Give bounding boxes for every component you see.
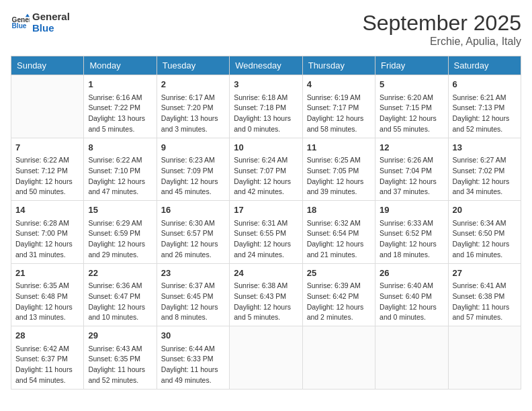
week-row-0: 1Sunrise: 6:16 AM Sunset: 7:22 PM Daylig… (11, 75, 521, 138)
day-number: 1 (88, 78, 152, 91)
calendar-cell: 26Sunrise: 6:40 AM Sunset: 6:40 PM Dayli… (375, 263, 448, 326)
month-title: September 2025 (362, 11, 521, 36)
calendar-cell (448, 326, 521, 390)
day-number: 22 (88, 267, 152, 280)
day-info: Sunrise: 6:35 AM Sunset: 6:48 PM Dayligh… (15, 281, 79, 323)
day-number: 18 (307, 203, 371, 217)
weekday-header-wednesday: Wednesday (230, 56, 302, 75)
calendar-cell: 4Sunrise: 6:19 AM Sunset: 7:17 PM Daylig… (302, 75, 375, 138)
day-number: 5 (380, 78, 443, 91)
day-info: Sunrise: 6:21 AM Sunset: 7:13 PM Dayligh… (453, 93, 517, 135)
calendar-cell: 22Sunrise: 6:36 AM Sunset: 6:47 PM Dayli… (84, 263, 157, 326)
calendar-cell: 6Sunrise: 6:21 AM Sunset: 7:13 PM Daylig… (448, 75, 521, 138)
weekday-header-monday: Monday (84, 56, 157, 75)
svg-marker-2 (26, 14, 30, 17)
day-info: Sunrise: 6:24 AM Sunset: 7:07 PM Dayligh… (234, 155, 298, 197)
day-info: Sunrise: 6:22 AM Sunset: 7:12 PM Dayligh… (15, 155, 79, 197)
day-number: 17 (234, 203, 298, 217)
calendar-cell: 30Sunrise: 6:44 AM Sunset: 6:33 PM Dayli… (157, 326, 229, 390)
day-info: Sunrise: 6:17 AM Sunset: 7:20 PM Dayligh… (161, 93, 225, 135)
day-number: 12 (380, 141, 443, 154)
day-info: Sunrise: 6:32 AM Sunset: 6:54 PM Dayligh… (307, 218, 371, 261)
calendar-cell (11, 75, 84, 138)
day-info: Sunrise: 6:40 AM Sunset: 6:40 PM Dayligh… (380, 281, 443, 323)
day-info: Sunrise: 6:19 AM Sunset: 7:17 PM Dayligh… (307, 93, 371, 135)
calendar-cell: 10Sunrise: 6:24 AM Sunset: 7:07 PM Dayli… (230, 138, 302, 201)
calendar-cell: 2Sunrise: 6:17 AM Sunset: 7:20 PM Daylig… (157, 75, 229, 138)
calendar-cell (230, 326, 302, 390)
calendar-table: SundayMondayTuesdayWednesdayThursdayFrid… (11, 56, 521, 390)
weekday-header-saturday: Saturday (448, 56, 521, 75)
calendar-cell: 28Sunrise: 6:42 AM Sunset: 6:37 PM Dayli… (11, 326, 84, 390)
calendar-cell: 14Sunrise: 6:28 AM Sunset: 7:00 PM Dayli… (11, 201, 84, 264)
day-number: 21 (15, 267, 79, 280)
day-info: Sunrise: 6:36 AM Sunset: 6:47 PM Dayligh… (88, 281, 152, 323)
calendar-cell: 1Sunrise: 6:16 AM Sunset: 7:22 PM Daylig… (84, 75, 157, 138)
day-number: 15 (88, 203, 152, 217)
week-row-1: 7Sunrise: 6:22 AM Sunset: 7:12 PM Daylig… (11, 138, 521, 201)
calendar-cell: 21Sunrise: 6:35 AM Sunset: 6:48 PM Dayli… (11, 263, 84, 326)
day-number: 9 (161, 141, 225, 154)
calendar-cell: 17Sunrise: 6:31 AM Sunset: 6:55 PM Dayli… (230, 201, 302, 264)
day-number: 24 (234, 267, 298, 280)
day-info: Sunrise: 6:31 AM Sunset: 6:55 PM Dayligh… (234, 218, 298, 261)
calendar-cell: 13Sunrise: 6:27 AM Sunset: 7:02 PM Dayli… (448, 138, 521, 201)
logo-blue: Blue (32, 22, 70, 34)
day-number: 23 (161, 267, 225, 280)
day-info: Sunrise: 6:44 AM Sunset: 6:33 PM Dayligh… (161, 344, 225, 386)
weekday-header-sunday: Sunday (11, 56, 84, 75)
day-info: Sunrise: 6:43 AM Sunset: 6:35 PM Dayligh… (88, 344, 152, 386)
calendar-cell: 20Sunrise: 6:34 AM Sunset: 6:50 PM Dayli… (448, 201, 521, 264)
calendar-cell: 5Sunrise: 6:20 AM Sunset: 7:15 PM Daylig… (375, 75, 448, 138)
day-number: 26 (380, 267, 443, 280)
day-number: 11 (307, 141, 371, 154)
day-info: Sunrise: 6:28 AM Sunset: 7:00 PM Dayligh… (15, 218, 79, 261)
logo: General Blue General Blue (11, 11, 70, 34)
day-number: 14 (15, 203, 79, 217)
calendar-cell: 15Sunrise: 6:29 AM Sunset: 6:59 PM Dayli… (84, 201, 157, 264)
day-info: Sunrise: 6:20 AM Sunset: 7:15 PM Dayligh… (380, 93, 443, 135)
day-info: Sunrise: 6:42 AM Sunset: 6:37 PM Dayligh… (15, 344, 79, 386)
calendar-cell: 19Sunrise: 6:33 AM Sunset: 6:52 PM Dayli… (375, 201, 448, 264)
day-info: Sunrise: 6:39 AM Sunset: 6:42 PM Dayligh… (307, 281, 371, 323)
calendar-cell: 9Sunrise: 6:23 AM Sunset: 7:09 PM Daylig… (157, 138, 229, 201)
day-number: 30 (161, 329, 225, 342)
week-row-4: 28Sunrise: 6:42 AM Sunset: 6:37 PM Dayli… (11, 326, 521, 390)
day-number: 7 (15, 141, 79, 154)
week-row-3: 21Sunrise: 6:35 AM Sunset: 6:48 PM Dayli… (11, 263, 521, 326)
day-info: Sunrise: 6:34 AM Sunset: 6:50 PM Dayligh… (453, 218, 517, 261)
calendar-cell: 8Sunrise: 6:22 AM Sunset: 7:10 PM Daylig… (84, 138, 157, 201)
day-info: Sunrise: 6:26 AM Sunset: 7:04 PM Dayligh… (380, 155, 443, 197)
day-number: 28 (15, 329, 79, 342)
calendar-cell: 29Sunrise: 6:43 AM Sunset: 6:35 PM Dayli… (84, 326, 157, 390)
calendar-body: 1Sunrise: 6:16 AM Sunset: 7:22 PM Daylig… (11, 75, 521, 390)
day-number: 8 (88, 141, 152, 154)
weekday-header-friday: Friday (375, 56, 448, 75)
calendar-cell: 18Sunrise: 6:32 AM Sunset: 6:54 PM Dayli… (302, 201, 375, 264)
week-row-2: 14Sunrise: 6:28 AM Sunset: 7:00 PM Dayli… (11, 201, 521, 264)
calendar-cell: 25Sunrise: 6:39 AM Sunset: 6:42 PM Dayli… (302, 263, 375, 326)
day-number: 27 (453, 267, 517, 280)
day-number: 16 (161, 203, 225, 217)
day-number: 19 (380, 203, 443, 217)
weekday-header-row: SundayMondayTuesdayWednesdayThursdayFrid… (11, 56, 521, 75)
day-info: Sunrise: 6:23 AM Sunset: 7:09 PM Dayligh… (161, 155, 225, 197)
calendar-cell: 24Sunrise: 6:38 AM Sunset: 6:43 PM Dayli… (230, 263, 302, 326)
logo-general: General (32, 11, 70, 22)
day-number: 3 (234, 78, 298, 91)
day-info: Sunrise: 6:37 AM Sunset: 6:45 PM Dayligh… (161, 281, 225, 323)
logo-icon: General Blue (11, 13, 30, 32)
day-info: Sunrise: 6:16 AM Sunset: 7:22 PM Dayligh… (88, 93, 152, 135)
location-title: Erchie, Apulia, Italy (362, 36, 521, 48)
svg-text:Blue: Blue (12, 22, 27, 30)
day-number: 29 (88, 329, 152, 342)
weekday-header-thursday: Thursday (302, 56, 375, 75)
day-info: Sunrise: 6:22 AM Sunset: 7:10 PM Dayligh… (88, 155, 152, 197)
day-info: Sunrise: 6:33 AM Sunset: 6:52 PM Dayligh… (380, 218, 443, 261)
day-number: 6 (453, 78, 517, 91)
calendar-cell: 27Sunrise: 6:41 AM Sunset: 6:38 PM Dayli… (448, 263, 521, 326)
day-info: Sunrise: 6:38 AM Sunset: 6:43 PM Dayligh… (234, 281, 298, 323)
calendar-cell: 12Sunrise: 6:26 AM Sunset: 7:04 PM Dayli… (375, 138, 448, 201)
weekday-header-tuesday: Tuesday (157, 56, 229, 75)
calendar-cell: 7Sunrise: 6:22 AM Sunset: 7:12 PM Daylig… (11, 138, 84, 201)
